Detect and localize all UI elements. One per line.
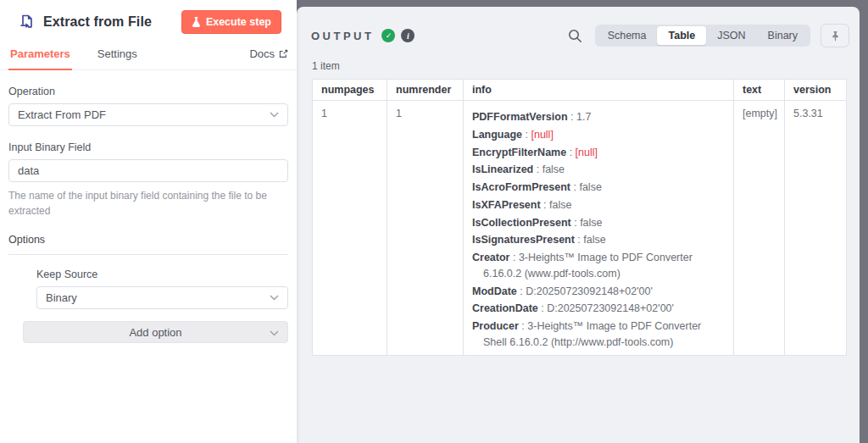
operation-value: Extract From PDF <box>18 108 106 121</box>
keep-source-value: Binary <box>46 291 77 304</box>
node-header: Extract from File Execute step <box>0 0 297 34</box>
keep-source-select[interactable]: Binary <box>36 286 288 309</box>
output-header: OUTPUT ✓ i Schema Table JSON Binary <box>297 7 860 47</box>
info-entry: ModDate : D:20250723092148+02'00' <box>472 284 725 300</box>
chevron-down-icon <box>270 330 279 336</box>
col-header-numpages: numpages <box>313 80 387 101</box>
info-entry: CreationDate : D:20250723092148+02'00' <box>472 301 725 317</box>
chevron-down-icon <box>270 295 279 301</box>
node-detail-view: Extract from File Execute step Parameter… <box>0 0 868 443</box>
info-entry: Language : [null] <box>472 127 725 143</box>
cell-numpages: 1 <box>313 101 387 356</box>
output-title: OUTPUT <box>311 30 374 42</box>
chevron-down-icon <box>270 112 279 118</box>
info-entry: IsCollectionPresent : false <box>472 215 725 231</box>
cell-text: [empty] <box>734 101 785 356</box>
binary-field-hint: The name of the input binary field conta… <box>8 188 288 219</box>
table-row: 1 1 PDFFormatVersion : 1.7Language : [nu… <box>313 101 847 356</box>
binary-field-label: Input Binary Field <box>8 141 288 153</box>
cell-version: 5.3.31 <box>785 101 847 356</box>
binary-field-input[interactable] <box>8 159 288 182</box>
info-entry: EncryptFilterName : [null] <box>472 145 725 161</box>
add-option-label: Add option <box>129 326 181 339</box>
col-header-version: version <box>785 80 847 101</box>
cell-numrender: 1 <box>387 101 464 356</box>
info-cell: PDFFormatVersion : 1.7Language : [null]E… <box>464 101 734 356</box>
view-tab-json[interactable]: JSON <box>706 26 756 45</box>
tab-parameters[interactable]: Parameters <box>8 47 72 69</box>
node-tabs: Parameters Settings Docs <box>0 47 297 70</box>
output-panel: OUTPUT ✓ i Schema Table JSON Binary 1 it… <box>297 7 860 443</box>
options-section-label: Options <box>8 234 288 255</box>
node-settings-panel: Extract from File Execute step Parameter… <box>0 0 297 443</box>
info-entry: IsAcroFormPresent : false <box>472 180 725 196</box>
options-body: Keep Source Binary <box>36 269 288 309</box>
operation-select[interactable]: Extract From PDF <box>8 103 288 126</box>
info-entry: Producer : 3-Heights™ Image to PDF Conve… <box>472 318 725 351</box>
info-entry: Creator : 3-Heights™ Image to PDF Conver… <box>472 250 725 282</box>
pin-icon <box>830 30 841 42</box>
view-tab-schema[interactable]: Schema <box>597 26 658 45</box>
col-header-numrender: numrender <box>387 80 464 101</box>
info-icon: i <box>401 29 415 42</box>
info-entry: IsLinearized : false <box>472 162 725 178</box>
output-view-switcher: Schema Table JSON Binary <box>595 25 810 47</box>
output-table: numpages numrender info text version 1 1… <box>312 79 847 356</box>
external-link-icon <box>279 49 288 58</box>
execute-step-button[interactable]: Execute step <box>181 10 281 34</box>
table-header-row: numpages numrender info text version <box>313 80 847 101</box>
view-tab-binary[interactable]: Binary <box>757 26 809 45</box>
info-entry: PDFFormatVersion : 1.7 <box>472 109 725 125</box>
extract-from-file-node-icon <box>19 14 36 30</box>
node-title: Extract from File <box>43 14 181 30</box>
add-option-button[interactable]: Add option <box>23 321 288 343</box>
info-entry: IsSignaturesPresent : false <box>472 232 725 248</box>
docs-link[interactable]: Docs <box>249 47 288 69</box>
keep-source-label: Keep Source <box>36 269 288 280</box>
col-header-text: text <box>734 80 785 101</box>
items-count: 1 item <box>297 47 860 78</box>
col-header-info: info <box>464 80 734 101</box>
info-entry: IsXFAPresent : false <box>472 197 725 213</box>
docs-label: Docs <box>249 47 275 60</box>
parameters-form: Operation Extract From PDF Input Binary … <box>0 70 297 343</box>
tab-settings[interactable]: Settings <box>96 47 139 69</box>
execute-step-label: Execute step <box>206 16 271 28</box>
pin-data-button[interactable] <box>821 24 849 47</box>
search-icon[interactable] <box>568 29 582 43</box>
operation-label: Operation <box>8 86 288 97</box>
success-check-icon: ✓ <box>381 29 395 42</box>
view-tab-table[interactable]: Table <box>657 26 706 45</box>
flask-icon <box>192 17 201 27</box>
